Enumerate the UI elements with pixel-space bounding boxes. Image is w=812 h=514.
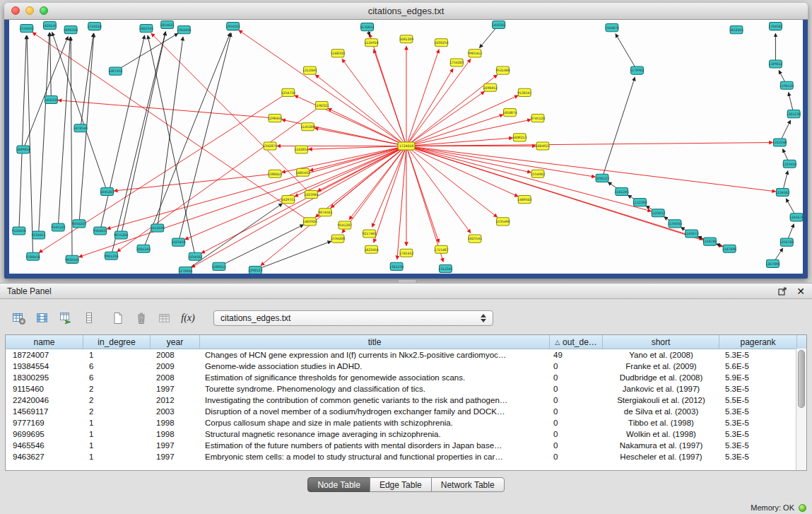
column-header-pagerank[interactable]: pagerank xyxy=(719,335,797,349)
graph-node[interactable]: 1168320 xyxy=(331,49,345,57)
graph-node[interactable]: 1290123 xyxy=(248,266,262,274)
graph-node[interactable]: 1724016 xyxy=(398,142,415,150)
graph-node[interactable]: 9234051 xyxy=(31,231,45,239)
graph-node[interactable]: 1750218 xyxy=(88,23,102,30)
graph-node[interactable]: 1267898 xyxy=(765,259,779,267)
graph-node[interactable]: 1704562 xyxy=(768,23,782,30)
graph-node[interactable]: 1854021 xyxy=(160,21,175,29)
table-row[interactable]: 946362711997Embryonic stem cells: a mode… xyxy=(6,451,806,462)
table-row[interactable]: 2242004622012Investigating the contribut… xyxy=(6,395,806,406)
column-header-name[interactable]: name xyxy=(6,335,83,349)
float-panel-icon[interactable] xyxy=(778,286,787,296)
graph-node[interactable]: 1189012 xyxy=(768,60,782,68)
column-header-in-degree[interactable]: in_degree xyxy=(83,335,151,349)
graph-node[interactable]: 1534208 xyxy=(331,235,345,243)
graph-node[interactable]: 9675204 xyxy=(114,231,128,239)
graph-node[interactable]: 1554902 xyxy=(531,170,545,177)
graph-node[interactable]: 9217465 xyxy=(362,230,376,238)
graph-node[interactable]: 1550432 xyxy=(20,25,34,33)
graph-node[interactable]: 1124916 xyxy=(364,39,378,47)
graph-node[interactable]: 1245674 xyxy=(789,214,803,221)
graph-node[interactable]: 9786450 xyxy=(26,252,40,260)
graph-node[interactable]: 1078540 xyxy=(73,124,88,132)
graph-node[interactable]: 1212045 xyxy=(302,66,317,74)
new-table-button[interactable] xyxy=(109,309,127,327)
graph-node[interactable]: 1090123 xyxy=(595,174,609,182)
graph-node[interactable]: 1278901 xyxy=(178,267,192,274)
tab-network-table[interactable]: Network Table xyxy=(431,477,505,492)
column-header-out-de[interactable]: △out_de… xyxy=(550,335,603,349)
table-row[interactable]: 1830029562008Estimation of significance … xyxy=(6,372,806,383)
graph-node[interactable]: 1256786 xyxy=(779,238,794,246)
graph-node[interactable]: 1289012 xyxy=(212,262,226,270)
delete-table-button[interactable] xyxy=(132,309,151,327)
graph-node[interactable]: 9901234 xyxy=(104,252,118,259)
column-settings-button[interactable] xyxy=(10,309,28,327)
graph-node[interactable]: 1298456 xyxy=(268,115,282,122)
graph-node[interactable]: 1034562 xyxy=(188,252,202,260)
graph-node[interactable]: 1023450 xyxy=(171,238,185,246)
network-window-titlebar[interactable]: citations_edges.txt xyxy=(4,3,808,20)
graph-node[interactable]: 1234562 xyxy=(775,188,789,196)
graph-node[interactable]: 9541287 xyxy=(338,221,352,229)
row-height-button[interactable] xyxy=(80,309,98,327)
graph-node[interactable]: 8130654 xyxy=(360,23,374,31)
graph-node[interactable]: 1001245 xyxy=(136,245,151,252)
graph-node[interactable]: 1067452 xyxy=(108,67,122,75)
graph-node[interactable]: 1456302 xyxy=(492,21,506,29)
table-scrollbar[interactable] xyxy=(796,349,806,470)
graph-node[interactable]: 1178902 xyxy=(630,66,644,74)
graph-node[interactable]: 1535490 xyxy=(495,218,510,226)
graph-node[interactable]: 1715487 xyxy=(434,245,448,253)
table-selector-dropdown[interactable]: citations_edges.txt xyxy=(213,310,493,326)
table-row[interactable]: 977716911998Corpus callosum shape and si… xyxy=(6,417,806,428)
column-header-year[interactable]: year xyxy=(151,335,200,349)
graph-node[interactable]: 1134560 xyxy=(668,220,682,228)
graph-node[interactable]: 9456203 xyxy=(72,220,86,228)
graph-node[interactable]: 1101245 xyxy=(615,187,629,195)
graph-node[interactable]: 1342875 xyxy=(263,142,277,150)
graph-node[interactable]: 1145208 xyxy=(300,123,314,131)
graph-node[interactable]: 1623450 xyxy=(364,245,378,253)
graph-node[interactable]: 1608213 xyxy=(512,134,526,141)
minimize-window-button[interactable] xyxy=(25,6,34,15)
graph-node[interactable]: 1212348 xyxy=(772,139,787,146)
graph-node[interactable]: 1696320 xyxy=(64,26,78,34)
graph-node[interactable]: 1802345 xyxy=(139,25,153,33)
graph-node[interactable]: 1902456 xyxy=(177,26,191,34)
graph-node[interactable]: 1489503 xyxy=(517,196,531,204)
table-row[interactable]: 911546021997Tourette syndrome. Phenomeno… xyxy=(6,383,806,395)
graph-node[interactable]: 1604921 xyxy=(536,142,550,150)
scrollbar-thumb[interactable] xyxy=(798,350,805,408)
graph-node[interactable]: 1156784 xyxy=(702,238,717,245)
graph-node[interactable]: 1065432 xyxy=(295,168,310,176)
graph-node[interactable]: 1167896 xyxy=(722,245,736,252)
graph-node[interactable]: 1386014 xyxy=(268,170,282,177)
graph-node[interactable]: 1102654 xyxy=(294,146,308,153)
graph-node[interactable]: 1112360 xyxy=(632,199,647,206)
close-panel-icon[interactable]: ✕ xyxy=(796,286,805,296)
graph-node[interactable]: 9136547 xyxy=(517,88,531,96)
graph-node[interactable]: 1038254 xyxy=(434,39,448,47)
graph-node[interactable]: 1754203 xyxy=(449,59,464,66)
toggle-columns-button[interactable] xyxy=(33,309,52,327)
tab-edge-table[interactable]: Edge Table xyxy=(370,477,432,492)
graph-node[interactable]: 1023984 xyxy=(304,191,318,199)
graph-node[interactable]: 1483920 xyxy=(302,218,317,226)
graph-node[interactable]: 1123452 xyxy=(651,209,665,217)
table-row[interactable]: 1456911722003Disruption of a novel membe… xyxy=(6,406,806,417)
graph-node[interactable]: 1045203 xyxy=(100,187,114,195)
graph-node[interactable]: 9564021 xyxy=(93,227,107,235)
graph-node[interactable]: 1625541 xyxy=(468,235,482,243)
graph-node[interactable]: 1954203 xyxy=(226,23,240,30)
graph-node[interactable]: 9120456 xyxy=(12,227,26,235)
table-row[interactable]: 946554611997Estimation of the future num… xyxy=(6,440,806,451)
graph-node[interactable]: 1056320 xyxy=(44,95,58,103)
table-row[interactable]: 1872400712008Changes of HCN gene express… xyxy=(6,349,806,361)
graph-node[interactable]: 1190124 xyxy=(779,81,794,89)
graph-node[interactable]: 1190321 xyxy=(314,101,329,109)
graph-node[interactable]: 1081209 xyxy=(399,35,413,43)
network-canvas[interactable]: 1724016160492115549021489503153549016255… xyxy=(9,20,803,274)
column-header-short[interactable]: short xyxy=(603,335,719,349)
graph-node[interactable]: 1012036 xyxy=(151,224,165,232)
